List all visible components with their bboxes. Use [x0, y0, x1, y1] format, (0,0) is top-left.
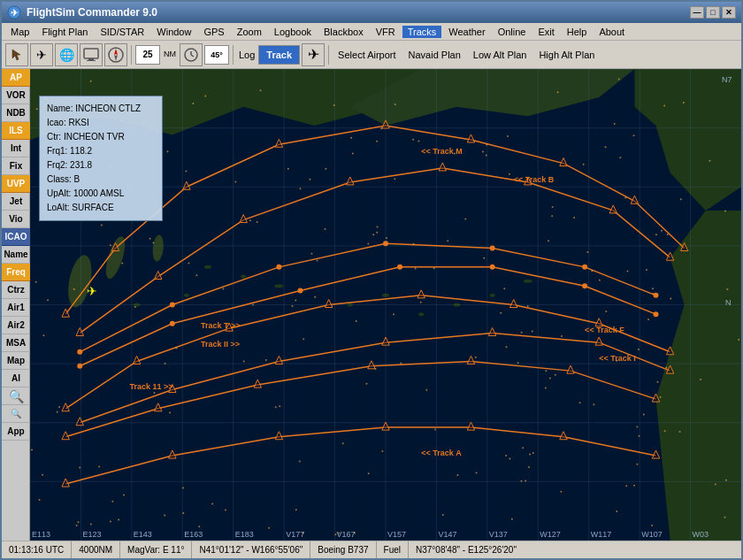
sidebar-ils[interactable]: ILS — [2, 122, 30, 140]
sidebar-air1[interactable]: Air1 — [2, 299, 30, 317]
menu-weather[interactable]: Weather — [443, 26, 490, 38]
sidebar-ap[interactable]: AP — [2, 69, 30, 87]
menu-tracks[interactable]: Tracks — [402, 26, 442, 38]
map-area[interactable]: Name: INCHEON CTLZ Icao: RKSI Ctr: INCHE… — [30, 69, 741, 541]
app-icon: ✈ — [7, 5, 21, 19]
menu-flight-plan[interactable]: Flight Plan — [36, 26, 93, 38]
app-window: ✈ FlightSim Commander 9.0 — □ ✕ Map Flig… — [0, 0, 743, 560]
title-buttons: — □ ✕ — [690, 6, 736, 19]
menu-help[interactable]: Help — [562, 26, 593, 38]
tool-globe[interactable]: 🌐 — [55, 43, 78, 66]
info-icao: Icao: RKSI — [47, 116, 155, 130]
info-box: Name: INCHEON CTLZ Icao: RKSI Ctr: INCHE… — [39, 96, 163, 221]
sidebar-ai[interactable]: AI — [2, 370, 30, 387]
status-time: 01:13:16 UTC — [2, 541, 72, 558]
sidebar-ctrz[interactable]: Ctrz — [2, 281, 30, 299]
highalt-plan-button[interactable]: High Alt Plan — [533, 45, 600, 65]
maximize-button[interactable]: □ — [706, 6, 720, 19]
track-button[interactable]: Track — [258, 45, 300, 65]
zoom-unit: NM — [162, 50, 178, 59]
sidebar-fix[interactable]: Fix — [2, 157, 30, 175]
title-text: FlightSim Commander 9.0 — [27, 6, 690, 19]
info-frq1: Frq1: 118.2 — [47, 144, 155, 158]
sidebar-freq[interactable]: Freq — [2, 264, 30, 281]
navaid-plan-button[interactable]: Navaid Plan — [403, 45, 466, 65]
tool-plane-icon[interactable]: ✈ — [302, 43, 325, 66]
info-loalt: LoAlt: SURFACE — [47, 201, 155, 215]
status-bar: 01:13:16 UTC 4000NM MagVar: E 11° N41°01… — [2, 541, 741, 558]
menu-window[interactable]: Window — [151, 26, 196, 38]
status-aircraft: Boeing B737 — [310, 541, 376, 558]
main-content: AP VOR NDB ILS Int Fix UVP Jet Vio ICAO … — [2, 69, 741, 541]
menu-bar: Map Flight Plan SID/STAR Window GPS Zoom… — [2, 23, 741, 41]
toolbar-sep-2 — [233, 45, 234, 65]
tool-compass[interactable] — [104, 43, 127, 66]
sidebar-app[interactable]: App — [2, 423, 30, 441]
log-label: Log — [237, 50, 257, 60]
toolbar-sep-1 — [131, 45, 132, 65]
svg-line-10 — [191, 55, 194, 57]
svg-marker-7 — [114, 55, 118, 61]
svg-rect-3 — [88, 58, 94, 60]
lowalt-plan-button[interactable]: Low Alt Plan — [468, 45, 532, 65]
info-class: Class: B — [47, 173, 155, 187]
tool-pointer[interactable] — [5, 43, 28, 66]
close-button[interactable]: ✕ — [722, 6, 736, 19]
svg-rect-4 — [87, 60, 96, 61]
minimize-button[interactable]: — — [690, 6, 704, 19]
title-bar: ✈ FlightSim Commander 9.0 — □ ✕ — [2, 2, 741, 23]
menu-online[interactable]: Online — [493, 26, 532, 38]
toolbar: ✈ 🌐 25 NM 45° Log Track ✈ Select Airport… — [2, 41, 741, 69]
menu-gps[interactable]: GPS — [198, 26, 229, 38]
menu-exit[interactable]: Exit — [532, 26, 559, 38]
sidebar-air2[interactable]: Air2 — [2, 317, 30, 334]
sidebar-vor[interactable]: VOR — [2, 87, 30, 104]
sidebar-vio[interactable]: Vio — [2, 211, 30, 228]
menu-map[interactable]: Map — [5, 26, 34, 38]
svg-marker-6 — [114, 49, 118, 55]
zoom-nm-display: 25 — [135, 45, 160, 65]
menu-zoom[interactable]: Zoom — [232, 26, 267, 38]
info-ctr: Ctr: INCHEON TVR — [47, 130, 155, 144]
menu-sid-star[interactable]: SID/STAR — [95, 26, 149, 38]
sidebar-icao[interactable]: ICAO — [2, 228, 30, 246]
info-upalt: UpAlt: 10000 AMSL — [47, 187, 155, 201]
menu-about[interactable]: About — [594, 26, 630, 38]
svg-rect-2 — [84, 49, 98, 58]
sidebar-zoom-in[interactable]: 🔍 — [2, 387, 30, 405]
status-position: N37°08'48" - E125°26'20" — [409, 541, 524, 558]
tool-airplane[interactable]: ✈ — [30, 43, 53, 66]
info-name: Name: INCHEON CTLZ — [47, 102, 155, 116]
status-altitude: 4000NM — [72, 541, 120, 558]
menu-logbook[interactable]: Logbook — [269, 26, 317, 38]
sidebar-int[interactable]: Int — [2, 140, 30, 157]
status-coords: N41°01'12" - W166°55'06" — [192, 541, 310, 558]
select-airport-button[interactable]: Select Airport — [333, 45, 401, 65]
toolbar-sep-3 — [328, 45, 329, 65]
status-magvar: MagVar: E 11° — [120, 541, 192, 558]
tool-clock[interactable] — [180, 43, 203, 66]
menu-vfr[interactable]: VFR — [371, 26, 401, 38]
menu-blackbox[interactable]: Blackbox — [318, 26, 369, 38]
zoom-deg-display: 45° — [204, 45, 229, 65]
sidebar-zoom-out[interactable]: 🔍 — [2, 405, 30, 423]
sidebar-msa[interactable]: MSA — [2, 334, 30, 352]
status-fuel: Fuel — [377, 541, 409, 558]
sidebar-name[interactable]: Name — [2, 246, 30, 264]
info-frq2: Frq2: 231.8 — [47, 158, 155, 173]
svg-text:✈: ✈ — [11, 8, 19, 18]
sidebar-map[interactable]: Map — [2, 352, 30, 370]
sidebar: AP VOR NDB ILS Int Fix UVP Jet Vio ICAO … — [2, 69, 30, 541]
tool-monitor[interactable] — [80, 43, 103, 66]
sidebar-jet[interactable]: Jet — [2, 193, 30, 211]
sidebar-uvp[interactable]: UVP — [2, 175, 30, 193]
sidebar-ndb[interactable]: NDB — [2, 104, 30, 122]
